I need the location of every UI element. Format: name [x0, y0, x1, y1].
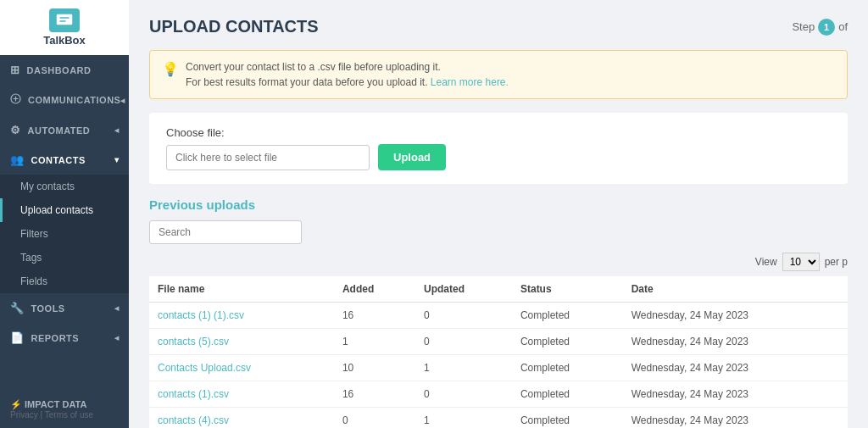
table-row: contacts (5).csv 1 0 Completed Wednesday…	[149, 329, 848, 355]
cell-added: 10	[334, 355, 415, 381]
contacts-submenu: My contacts Upload contacts Filters Tags…	[0, 175, 129, 293]
nav-item-tools[interactable]: 🔧 TOOLS ◂	[0, 293, 129, 323]
file-input[interactable]	[166, 145, 370, 170]
privacy-link[interactable]: Privacy	[10, 410, 38, 420]
svg-rect-0	[56, 14, 73, 25]
contacts-icon: 👥	[10, 153, 25, 166]
cell-status: Completed	[512, 381, 623, 408]
learn-more-link[interactable]: Learn more here.	[431, 76, 509, 88]
info-text: Convert your contact list to a .csv file…	[186, 59, 509, 90]
tools-icon: 🔧	[10, 302, 25, 314]
nav-item-communications[interactable]: COMMUNICATIONS ◂	[0, 85, 129, 115]
cell-filename[interactable]: contacts (4).csv	[149, 408, 334, 429]
per-page-label: per p	[825, 256, 848, 268]
cell-updated: 0	[415, 329, 512, 355]
nav-item-reports[interactable]: 📄 REPORTS ◂	[0, 323, 129, 353]
cell-filename[interactable]: contacts (1) (1).csv	[149, 303, 334, 329]
communications-icon	[10, 93, 21, 107]
cell-added: 1	[334, 329, 415, 355]
cell-filename[interactable]: Contacts Upload.csv	[149, 355, 334, 381]
col-added: Added	[334, 276, 415, 303]
cell-status: Completed	[512, 303, 623, 329]
arrow-icon-5: ◂	[114, 333, 120, 342]
brand-label: ⚡ IMPACT DATA	[10, 399, 119, 410]
arrow-icon-4: ◂	[114, 303, 120, 313]
cell-filename[interactable]: contacts (5).csv	[149, 329, 334, 355]
page-title: UPLOAD CONTACTS	[149, 17, 319, 36]
reports-icon: 📄	[10, 331, 25, 344]
cell-status: Completed	[512, 355, 623, 381]
previous-uploads-section: Previous uploads View 10 25 50 per p Fil…	[149, 197, 848, 428]
logo-icon	[49, 8, 80, 32]
table-header-row: File name Added Updated Status Date	[149, 276, 848, 303]
sidebar: TalkBox ⊞ DASHBOARD COMMUNICATIONS ◂ ⚙ A…	[0, 0, 129, 428]
upload-section: Choose file: Upload	[149, 113, 848, 184]
submenu-item-my-contacts[interactable]: My contacts	[0, 175, 129, 198]
upload-button[interactable]: Upload	[378, 144, 446, 170]
view-row: View 10 25 50 per p	[149, 253, 848, 271]
cell-updated: 1	[415, 408, 512, 429]
col-status: Status	[512, 276, 623, 303]
nav-item-contacts[interactable]: 👥 CONTACTS ▾	[0, 145, 129, 175]
sidebar-bottom: ⚡ IMPACT DATA Privacy | Terms of use	[0, 391, 129, 428]
cell-added: 0	[334, 408, 415, 429]
table-row: contacts (1).csv 16 0 Completed Wednesda…	[149, 381, 848, 408]
uploads-table: File name Added Updated Status Date cont…	[149, 276, 848, 428]
automated-icon: ⚙	[10, 124, 21, 136]
cell-added: 16	[334, 303, 415, 329]
arrow-icon: ◂	[120, 96, 125, 105]
cell-status: Completed	[512, 329, 623, 355]
search-input[interactable]	[149, 220, 302, 244]
step-label: Step	[792, 20, 815, 33]
arrow-icon-2: ◂	[114, 125, 120, 135]
cell-date: Wednesday, 24 May 2023	[623, 381, 848, 408]
upload-row: Upload	[166, 144, 831, 170]
table-row: Contacts Upload.csv 10 1 Completed Wedne…	[149, 355, 848, 381]
cell-updated: 0	[415, 303, 512, 329]
previous-uploads-title: Previous uploads	[149, 197, 848, 212]
cell-status: Completed	[512, 408, 623, 429]
table-row: contacts (1) (1).csv 16 0 Completed Wedn…	[149, 303, 848, 329]
table-row: contacts (4).csv 0 1 Completed Wednesday…	[149, 408, 848, 429]
logo-area: TalkBox	[0, 0, 129, 55]
submenu-item-upload-contacts[interactable]: Upload contacts	[0, 198, 129, 222]
info-banner: 💡 Convert your contact list to a .csv fi…	[149, 50, 848, 99]
nav-item-automated[interactable]: ⚙ AUTOMATED ◂	[0, 115, 129, 145]
col-filename: File name	[149, 276, 334, 303]
col-date: Date	[623, 276, 848, 303]
cell-filename[interactable]: contacts (1).csv	[149, 381, 334, 408]
bulb-icon: 💡	[162, 59, 179, 80]
view-select[interactable]: 10 25 50	[782, 253, 820, 271]
page-header: UPLOAD CONTACTS Step 1 of	[149, 17, 848, 36]
cell-date: Wednesday, 24 May 2023	[623, 355, 848, 381]
submenu-item-fields[interactable]: Fields	[0, 270, 129, 293]
submenu-item-filters[interactable]: Filters	[0, 222, 129, 246]
col-updated: Updated	[415, 276, 512, 303]
step-indicator: Step 1 of	[792, 19, 848, 36]
cell-date: Wednesday, 24 May 2023	[623, 408, 848, 429]
view-label: View	[755, 256, 777, 268]
cell-added: 16	[334, 381, 415, 408]
dashboard-icon: ⊞	[10, 64, 20, 76]
cell-updated: 0	[415, 381, 512, 408]
step-suffix: of	[838, 20, 848, 33]
submenu-item-tags[interactable]: Tags	[0, 246, 129, 270]
nav-item-dashboard[interactable]: ⊞ DASHBOARD	[0, 55, 129, 85]
terms-link[interactable]: Terms of use	[45, 410, 93, 420]
arrow-icon-3: ▾	[114, 155, 120, 164]
logo-text: TalkBox	[43, 34, 86, 47]
upload-label: Choose file:	[166, 126, 831, 139]
main-content: UPLOAD CONTACTS Step 1 of 💡 Convert your…	[129, 0, 868, 428]
footer-links: Privacy | Terms of use	[10, 410, 119, 420]
cell-updated: 1	[415, 355, 512, 381]
step-circle: 1	[818, 19, 835, 36]
cell-date: Wednesday, 24 May 2023	[623, 303, 848, 329]
cell-date: Wednesday, 24 May 2023	[623, 329, 848, 355]
